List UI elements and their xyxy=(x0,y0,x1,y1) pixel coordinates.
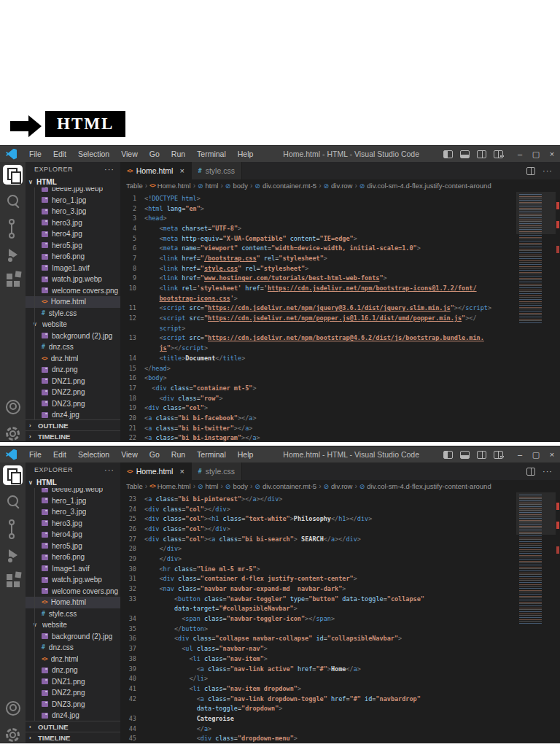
file-background (2).jpg[interactable]: background (2).jpg xyxy=(26,330,120,342)
menu-item-run[interactable]: Run xyxy=(166,450,191,459)
menu-item-go[interactable]: Go xyxy=(144,450,166,459)
menu-item-view[interactable]: View xyxy=(115,450,144,459)
breadcrumb-item-body[interactable]: ⊘body xyxy=(225,482,248,490)
restore-button[interactable]: ▢ xyxy=(528,450,544,460)
file-watch.jpg.webp[interactable]: watch.jpg.webp xyxy=(26,274,120,285)
file-hero6.png[interactable]: hero6.png xyxy=(26,251,120,263)
account-icon[interactable] xyxy=(1,698,26,720)
explorer-icon[interactable] xyxy=(3,465,23,485)
run-debug-icon[interactable] xyxy=(1,244,26,266)
search-icon[interactable] xyxy=(1,492,26,514)
breadcrumb-item-html[interactable]: ⊘html xyxy=(198,182,219,190)
file-background (2).jpg[interactable]: background (2).jpg xyxy=(26,631,120,643)
code-editor[interactable]: 1<!DOCTYPE html>2<html lang="en">3<head>… xyxy=(120,192,560,441)
file-welcome covers.png[interactable]: welcome covers.png xyxy=(26,586,120,597)
breadcrumb-item-div.container.mt-5[interactable]: ⊘div.container.mt-5 xyxy=(254,182,316,190)
explorer-more-actions-icon[interactable]: ··· xyxy=(104,465,114,474)
menu-item-view[interactable]: View xyxy=(115,150,144,158)
file-dnz.html[interactable]: <>dnz.html xyxy=(26,353,120,365)
file-style.css[interactable]: #style.css xyxy=(26,308,120,320)
file-dnz.png[interactable]: dnz.png xyxy=(26,364,120,376)
minimize-button[interactable]: – xyxy=(512,450,528,459)
settings-icon[interactable] xyxy=(1,423,26,441)
file-dnz.css[interactable]: #dnz.css xyxy=(26,341,120,353)
breadcrumb-item-html[interactable]: ⊘html xyxy=(198,482,219,490)
breadcrumb-item-Table[interactable]: Table xyxy=(126,182,143,190)
file-Home.html[interactable]: <>Home.html xyxy=(26,597,120,608)
explorer-icon[interactable] xyxy=(3,165,23,185)
menu-item-selection[interactable]: Selection xyxy=(72,450,115,459)
outline-section[interactable]: › OUTLINE xyxy=(26,419,120,430)
file-DNZ2.png[interactable]: DNZ2.png xyxy=(26,387,120,398)
file-beetle.jpg.webp[interactable]: beetle.jpg.webp xyxy=(26,187,120,195)
tab-Home.html[interactable]: <>Home.html× xyxy=(120,162,192,179)
settings-icon[interactable] xyxy=(1,724,26,743)
file-hero3.jpg[interactable]: hero3.jpg xyxy=(26,518,120,530)
breadcrumb-item-Home.html[interactable]: <>Home.html xyxy=(149,482,191,490)
file-watch.jpg.webp[interactable]: watch.jpg.webp xyxy=(26,574,120,586)
toggle-primary-sidebar-icon[interactable] xyxy=(443,150,453,158)
tab-Home.html[interactable]: <>Home.html× xyxy=(120,462,192,480)
menu-item-selection[interactable]: Selection xyxy=(72,150,115,158)
split-editor-icon[interactable] xyxy=(526,167,535,175)
breadcrumb-item-div.row[interactable]: ⊘div.row xyxy=(324,482,353,490)
file-DNZ3.png[interactable]: DNZ3.png xyxy=(26,398,120,410)
file-dnz.html[interactable]: <>dnz.html xyxy=(26,654,120,665)
breadcrumb-item-div.col-sm-4.d-flex.justify-content-around[interactable]: ⊘div.col-sm-4.d-flex.justify-content-aro… xyxy=(359,182,491,190)
file-hero5.jpg[interactable]: hero5.jpg xyxy=(26,541,120,552)
menu-item-help[interactable]: Help xyxy=(232,150,260,158)
folder-website[interactable]: ∨website xyxy=(26,619,120,631)
breadcrumb-item-Home.html[interactable]: <>Home.html xyxy=(149,182,191,190)
menu-item-file[interactable]: File xyxy=(23,150,47,158)
section-header-html[interactable]: ∨ HTML xyxy=(26,477,120,488)
file-DNZ2.png[interactable]: DNZ2.png xyxy=(26,687,120,699)
file-DNZ3.png[interactable]: DNZ3.png xyxy=(26,699,120,711)
restore-button[interactable]: ▢ xyxy=(528,150,544,159)
file-Image1.avif[interactable]: Image1.avif xyxy=(26,263,120,274)
file-style.css[interactable]: #style.css xyxy=(26,608,120,620)
menu-item-edit[interactable]: Edit xyxy=(47,150,72,158)
file-DNZ1.png[interactable]: DNZ1.png xyxy=(26,676,120,688)
section-header-html[interactable]: ∨ HTML xyxy=(26,177,120,187)
file-dnz.png[interactable]: dnz.png xyxy=(26,665,120,676)
close-tab-icon[interactable]: × xyxy=(179,166,184,175)
breadcrumb-item-div.row[interactable]: ⊘div.row xyxy=(324,182,353,190)
timeline-section[interactable]: › TIMELINE xyxy=(26,430,120,441)
file-hero_3.jpg[interactable]: hero_3.jpg xyxy=(26,206,120,217)
tab-style.css[interactable]: #style.css xyxy=(192,462,242,480)
file-Home.html[interactable]: <>Home.html xyxy=(26,296,120,308)
menu-item-edit[interactable]: Edit xyxy=(47,450,72,459)
close-button[interactable]: × xyxy=(544,150,560,158)
customize-layout-icon[interactable] xyxy=(494,150,503,158)
minimize-button[interactable]: – xyxy=(512,150,528,158)
toggle-secondary-sidebar-icon[interactable] xyxy=(477,150,486,158)
file-Image1.avif[interactable]: Image1.avif xyxy=(26,563,120,575)
source-control-icon[interactable] xyxy=(1,518,26,540)
toggle-primary-sidebar-icon[interactable] xyxy=(443,451,453,459)
file-DNZ1.png[interactable]: DNZ1.png xyxy=(26,376,120,387)
minimap-slider[interactable] xyxy=(516,192,556,234)
file-hero_1.jpg[interactable]: hero_1.jpg xyxy=(26,495,120,507)
minimap-slider[interactable] xyxy=(516,492,556,535)
file-welcome covers.png[interactable]: welcome covers.png xyxy=(26,285,120,297)
outline-section[interactable]: › OUTLINE xyxy=(26,721,120,732)
explorer-more-actions-icon[interactable]: ··· xyxy=(104,165,114,174)
source-control-icon[interactable] xyxy=(1,217,26,239)
file-hero4.jpg[interactable]: hero4.jpg xyxy=(26,529,120,541)
file-hero_3.jpg[interactable]: hero_3.jpg xyxy=(26,506,120,518)
close-tab-icon[interactable]: × xyxy=(179,467,184,476)
breadcrumb-item-div.container.mt-5[interactable]: ⊘div.container.mt-5 xyxy=(254,482,316,490)
extensions-icon[interactable] xyxy=(1,570,26,592)
menu-item-terminal[interactable]: Terminal xyxy=(191,450,232,459)
customize-layout-icon[interactable] xyxy=(494,451,503,459)
menu-item-go[interactable]: Go xyxy=(144,150,166,158)
menu-item-help[interactable]: Help xyxy=(232,450,260,459)
folder-website[interactable]: ∨website xyxy=(26,319,120,330)
file-hero_1.jpg[interactable]: hero_1.jpg xyxy=(26,195,120,206)
menu-item-terminal[interactable]: Terminal xyxy=(191,150,232,158)
toggle-secondary-sidebar-icon[interactable] xyxy=(477,451,486,459)
menu-item-file[interactable]: File xyxy=(23,450,47,459)
editor-more-actions-icon[interactable]: ··· xyxy=(542,166,553,175)
file-dnz.css[interactable]: #dnz.css xyxy=(26,642,120,654)
search-icon[interactable] xyxy=(1,191,26,213)
